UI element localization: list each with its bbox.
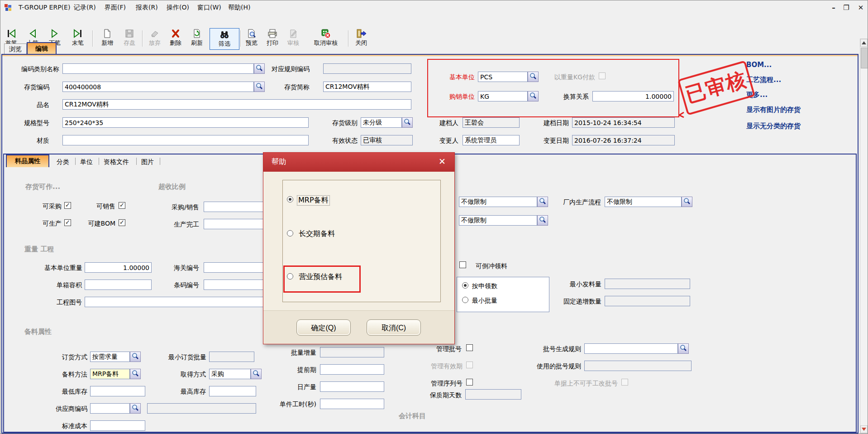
restrict-input-2[interactable] [459,215,537,226]
box-volume-input[interactable] [85,280,152,290]
help-dialog: 帮助 ✕ MRP备料 长交期备料 营业预估备料 确定(Q) 取消(C) [263,152,455,344]
menu-help[interactable]: 帮助(H) [226,2,252,12]
order-mode-input[interactable] [90,352,130,362]
name-input[interactable] [62,99,411,110]
factory-flow-input[interactable] [605,197,682,207]
toolbar-label: 关闭 [351,39,372,46]
close-window-icon[interactable]: ✕ [856,4,866,11]
batch-inc-input [320,347,384,357]
spec-label: 规格型号 [18,119,49,127]
prep-method-input[interactable] [90,369,130,379]
batch-rule-input[interactable] [584,343,678,354]
base-unit-input[interactable] [478,72,528,82]
link-bom[interactable]: BOM... [746,61,772,69]
std-cost-input[interactable] [90,420,145,431]
toolbar-close-form[interactable]: 关闭 [351,29,372,49]
dialog-ok-button[interactable]: 确定(Q) [296,319,351,336]
batch-rule-lookup[interactable] [678,343,689,354]
restrict-input-1[interactable] [459,197,537,207]
toolbar-cancel-audit[interactable]: 取消审核 [307,29,344,49]
subtab-attributes[interactable]: 料品属性 [6,154,49,167]
trade-unit-input[interactable] [478,91,528,101]
toolbar-last-record[interactable]: 末笔 [67,29,88,49]
backflush-checkbox[interactable] [459,261,466,268]
spec-input[interactable] [62,117,309,128]
menu-record[interactable]: 记录(R) [72,2,98,12]
weight-heading: 重量 工程 [24,245,54,254]
tab-browse[interactable]: 浏览 [4,43,27,54]
producible-checkbox[interactable] [64,219,71,226]
by-request-radio[interactable] [462,282,468,289]
vertical-scrollbar[interactable] [860,39,868,434]
subtab-unit[interactable]: 单位 [80,158,95,166]
link-show-with-images[interactable]: 显示有图片的存货 [746,106,801,114]
menu-interface[interactable]: 界面(F) [103,2,128,12]
menu-window[interactable]: 窗口(W) [196,2,223,12]
base-unit-lookup-button[interactable] [528,72,539,82]
scroll-up-icon[interactable] [860,39,868,47]
level-lookup-button[interactable] [402,117,413,128]
max-stock-input[interactable] [209,386,256,396]
code-category-input[interactable] [62,63,254,74]
supplier-input[interactable] [90,403,130,414]
dialog-titlebar[interactable] [263,153,454,172]
tab-edit[interactable]: 编辑 [27,42,57,55]
menu-report[interactable]: 报表(R) [134,2,160,12]
restore-icon[interactable]: ❐ [841,4,851,11]
restrict-lookup-2[interactable] [537,215,548,226]
factory-flow-lookup[interactable] [682,197,692,207]
modifier-label: 变更人 [434,136,458,145]
toolbar-preview[interactable]: 预览 [242,29,261,49]
unit-time-input[interactable] [320,399,384,409]
minimize-icon[interactable]: – [829,4,839,11]
manage-batch-checkbox[interactable] [466,344,473,351]
dialog-radio-longlead[interactable] [287,230,293,236]
toolbar-label: 审核 [284,39,303,46]
toolbar-filter[interactable]: 筛选 [210,28,239,50]
conversion-input[interactable] [592,91,674,101]
dialog-option-longlead[interactable]: 长交期备料 [299,229,335,239]
dialog-close-icon[interactable]: ✕ [436,156,448,166]
order-mode-lookup-button[interactable] [130,352,141,362]
acquire-input[interactable] [209,369,251,379]
sellable-checkbox[interactable] [119,202,125,209]
menu-operate[interactable]: 操作(O) [165,2,191,12]
dialog-cancel-button[interactable]: 取消(C) [367,319,421,336]
menu-app[interactable]: T-GROUP ERP(E) [17,2,72,12]
purchasable-checkbox[interactable] [64,202,71,209]
supplier-name-input [147,403,256,414]
lead-input[interactable] [320,364,384,375]
prep-method-lookup-button[interactable] [130,369,141,379]
scroll-down-icon[interactable] [860,425,868,433]
supplier-lookup-button[interactable] [130,403,141,414]
manage-serial-checkbox[interactable] [466,379,473,386]
acquire-lookup-button[interactable] [251,369,262,379]
level-input[interactable] [361,117,402,128]
dialog-option-mrp[interactable]: MRP备料 [297,195,330,206]
material-input[interactable] [62,135,309,145]
bomable-checkbox[interactable] [119,219,125,226]
code-category-lookup-button[interactable] [254,63,265,74]
inv-code-input[interactable] [62,82,254,92]
toolbar-refresh[interactable]: 刷新 [187,29,207,49]
subtab-image[interactable]: 图片 [141,158,157,166]
toolbar-delete[interactable]: 删除 [166,29,185,49]
magnifier-icon [132,370,139,378]
toolbar-separator [240,30,241,47]
subtab-qualification[interactable]: 资格文件 [104,158,133,166]
scrollbar-thumb[interactable] [861,48,868,68]
base-weight-input[interactable] [85,262,152,273]
inv-code-lookup-button[interactable] [254,82,265,92]
dialog-radio-mrp[interactable] [287,196,293,203]
min-stock-input[interactable] [90,386,145,396]
link-show-unclassified[interactable]: 显示无分类的存货 [746,122,801,130]
subtab-category[interactable]: 分类 [57,158,72,166]
toolbar-print[interactable]: 打印 [263,29,282,49]
daily-input[interactable] [320,381,384,392]
trade-unit-lookup-button[interactable] [528,91,539,101]
toolbar-new[interactable]: 新增 [97,29,117,49]
shelf-input [465,389,521,400]
min-batch-radio[interactable] [462,297,468,303]
restrict-lookup-1[interactable] [537,197,548,207]
inv-abbr-input[interactable] [323,82,411,92]
